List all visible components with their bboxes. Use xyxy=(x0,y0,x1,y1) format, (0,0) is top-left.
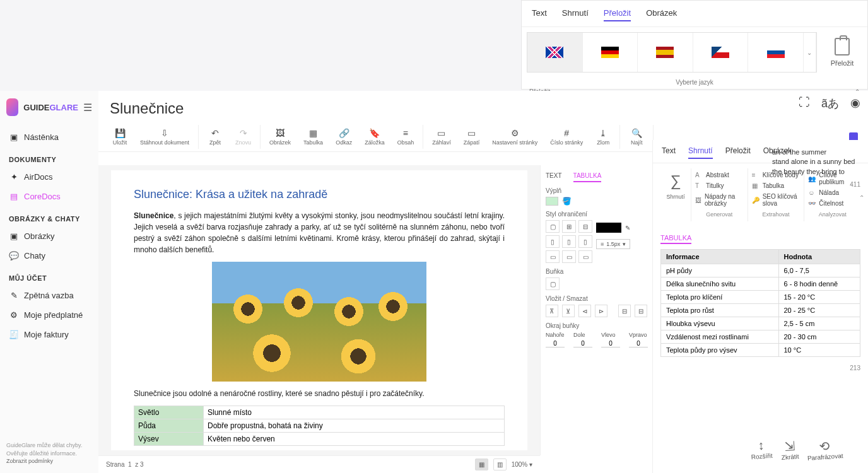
page[interactable]: Slunečnice: Krása a užitek na zahradě Sl… xyxy=(111,170,527,450)
flag-sk-icon xyxy=(767,47,785,58)
prop-cell-label: Buňka xyxy=(546,268,647,275)
prop-fill-label: Výplň xyxy=(546,187,647,194)
insert-col-left[interactable]: ⊲ xyxy=(578,305,591,317)
table-row[interactable]: VýsevKvěten nebo červen xyxy=(134,433,505,446)
border-right[interactable]: ▯ xyxy=(578,235,592,248)
border-top[interactable]: ▭ xyxy=(546,250,560,263)
paraphrase-button[interactable]: ⟲Parafrázovat xyxy=(806,437,843,462)
pencil-icon[interactable]: ✎ xyxy=(625,225,630,231)
sidebar-item-coredocs[interactable]: ▤CoreDocs xyxy=(6,187,92,206)
flag-uk-icon xyxy=(546,47,563,58)
toolbar-znovu[interactable]: ↷Znovu xyxy=(229,125,257,149)
margin-vlevo[interactable] xyxy=(601,340,620,347)
lang-es[interactable] xyxy=(638,33,693,72)
toolbar-záhlaví[interactable]: ▭Záhlaví xyxy=(426,125,457,149)
fill-color-swatch[interactable] xyxy=(546,197,558,206)
toolbar-zlom[interactable]: ⤓Zlom xyxy=(589,125,617,149)
bucket-icon[interactable]: 🪣 xyxy=(562,197,572,206)
sidebar-item-invoices[interactable]: 🧾Moje faktury xyxy=(6,325,92,344)
sidebar-item-feedback[interactable]: ✎Zpětná vazba xyxy=(6,286,92,305)
toolbar-zápatí[interactable]: ▭Zápatí xyxy=(457,125,486,149)
sidebar-item-chats[interactable]: 💬Chaty xyxy=(6,246,92,266)
toolbar-stáhnout-dokument[interactable]: ⇩Stáhnout dokument xyxy=(134,125,196,149)
toolbar-zpět[interactable]: ↶Zpět xyxy=(201,125,229,149)
tab-translate[interactable]: Přeložit xyxy=(604,6,631,21)
prop-tab-table[interactable]: TABULKA xyxy=(573,170,602,182)
toolbar-najít[interactable]: 🔍Najít xyxy=(623,125,650,149)
sum-tab-summary[interactable]: Shrnutí xyxy=(688,144,713,159)
properties-panel: TEXT TABULKA Výplň 🪣 Styl ohraničení ▢⊞⊟… xyxy=(540,165,652,455)
tab-summary[interactable]: Shrnutí xyxy=(562,6,589,21)
sidebar-item-dashboard[interactable]: ▣Nástěnka xyxy=(6,127,92,147)
overflow-text: art of the summer stand alone in a sunny… xyxy=(772,148,860,189)
merge-cells[interactable]: ▢ xyxy=(546,277,560,290)
border-color[interactable] xyxy=(596,223,621,233)
margin-nahoře[interactable] xyxy=(546,340,565,347)
toolbar-nastavení-stránky[interactable]: ⚙Nastavení stránky xyxy=(486,125,544,149)
insert-col-right[interactable]: ⊳ xyxy=(595,305,607,317)
sum-tab-text[interactable]: Text xyxy=(662,144,676,159)
toolbar-uložit[interactable]: 💾Uložit xyxy=(106,125,134,149)
sidebar-item-subscription[interactable]: ⚙Moje předplatné xyxy=(6,305,92,325)
lang-de[interactable] xyxy=(583,33,638,72)
sidebar-item-images[interactable]: ▣Obrázky xyxy=(6,226,92,246)
insert-row-below[interactable]: ⊻ xyxy=(562,305,575,317)
tab-image[interactable]: Obrázek xyxy=(646,6,677,21)
translate-icon[interactable]: ãあ xyxy=(821,96,839,111)
shorten-button[interactable]: ⇲Zkrátit xyxy=(780,438,799,461)
border-left[interactable]: ▯ xyxy=(546,235,560,248)
table-row: Vzdálenost mezi rostlinami20 - 30 cm xyxy=(661,330,860,344)
sidebar-item-airdocs[interactable]: ✦AirDocs xyxy=(6,167,92,187)
summary-option[interactable]: 🔑SEO klíčová slova xyxy=(752,191,801,209)
main-area: ⛶ ãあ ◉ Slunečnice 💾Uložit⇩Stáhnout dokum… xyxy=(98,91,868,473)
margin-dole[interactable] xyxy=(573,340,592,347)
lang-more-dropdown[interactable]: ⌄ xyxy=(804,33,816,72)
border-inner[interactable]: ⊟ xyxy=(578,220,592,233)
summary-option[interactable]: 👓Čitelnost xyxy=(808,198,857,209)
table-row: Teplota půdy pro výsev10 °C xyxy=(661,344,860,357)
border-all[interactable]: ⊞ xyxy=(562,220,576,233)
table-row[interactable]: SvětloSlunné místo xyxy=(134,406,505,419)
summary-option[interactable]: TTitulky xyxy=(695,180,744,191)
table-section-tab[interactable]: TABULKA xyxy=(660,233,691,244)
toolbar-číslo-stránky[interactable]: #Číslo stránky xyxy=(544,125,589,149)
toolbar-záložka[interactable]: 🔖Záložka xyxy=(358,125,391,149)
toolbar-tabulka[interactable]: ▦Tabulka xyxy=(297,125,329,149)
lang-sk[interactable] xyxy=(748,33,804,72)
border-outer[interactable]: ▢ xyxy=(546,220,560,233)
doc-mini-table[interactable]: SvětloSlunné místoPůdaDobře propustná, b… xyxy=(134,406,505,446)
tab-text[interactable]: Text xyxy=(532,6,547,21)
hamburger-icon[interactable]: ☰ xyxy=(83,102,92,114)
prop-margin-label: Okraj buňky xyxy=(546,322,647,329)
delete-col[interactable]: ⊟ xyxy=(635,305,647,317)
sidebar: GUIDEGLARE ☰ ▣Nástěnka DOKUMENTY ✦AirDoc… xyxy=(0,91,98,473)
border-thickness[interactable]: ≡ 1.5px ▾ xyxy=(596,239,630,249)
zoom-level[interactable]: 100% ▾ xyxy=(512,461,532,468)
summary-action[interactable]: ∑ Shrnutí xyxy=(660,168,691,221)
delete-row[interactable]: ⊟ xyxy=(618,305,631,317)
expand-button[interactable]: ↕Rozšířit xyxy=(749,438,772,461)
terms-link[interactable]: Zobrazit podmínky xyxy=(6,458,53,464)
fullscreen-icon[interactable]: ⛶ xyxy=(799,96,810,111)
summary-option[interactable]: 🖼Nápady na obrázky xyxy=(695,191,744,209)
summary-option[interactable]: AAbstrakt xyxy=(695,170,744,180)
toolbar-odkaz[interactable]: 🔗Odkaz xyxy=(329,125,358,149)
user-icon[interactable]: ◉ xyxy=(850,96,860,111)
translate-action[interactable]: Přeložit xyxy=(817,38,867,67)
lang-cz[interactable] xyxy=(693,33,749,72)
view-mode-page[interactable]: ▦ xyxy=(475,458,488,470)
border-center-v[interactable]: ▯ xyxy=(562,235,576,248)
collapse-summary-icon[interactable]: ⌃ xyxy=(859,194,864,201)
border-center-h[interactable]: ▭ xyxy=(562,250,576,263)
toolbar-obsah[interactable]: ≡Obsah xyxy=(391,125,421,149)
table-row[interactable]: PůdaDobře propustná, bohatá na živiny xyxy=(134,419,505,433)
border-bottom[interactable]: ▭ xyxy=(578,250,592,263)
toolbar-obrázek[interactable]: 🖼Obrázek xyxy=(263,125,297,149)
sunflower-image xyxy=(212,262,426,382)
prop-tab-text[interactable]: TEXT xyxy=(546,170,562,182)
lang-en[interactable] xyxy=(527,33,583,72)
margin-vpravo[interactable] xyxy=(629,340,648,347)
view-mode-web[interactable]: ▥ xyxy=(493,458,507,470)
insert-row-above[interactable]: ⊼ xyxy=(546,305,558,317)
sum-tab-translate[interactable]: Přeložit xyxy=(725,144,751,159)
